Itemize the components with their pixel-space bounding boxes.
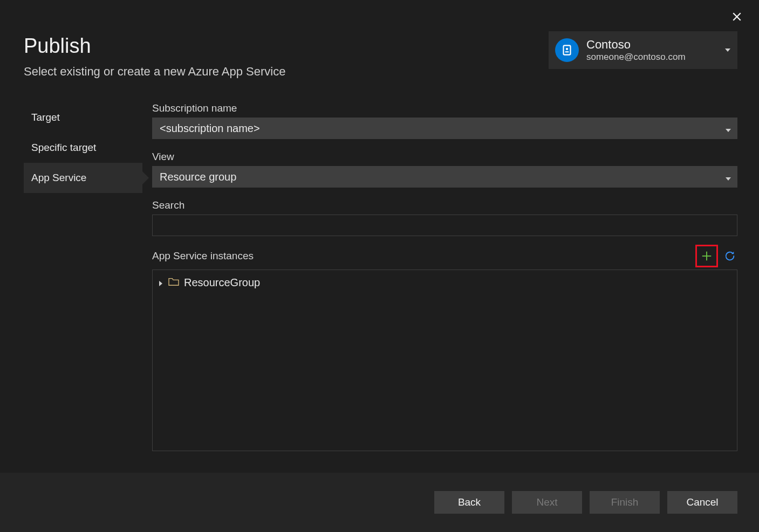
finish-button: Finish: [590, 491, 660, 514]
sidebar-item-label: Specific target: [31, 142, 96, 154]
cancel-button[interactable]: Cancel: [667, 491, 737, 514]
refresh-icon: [724, 250, 736, 262]
wizard-sidebar: Target Specific target App Service: [24, 102, 142, 451]
account-selector[interactable]: Contoso someone@contoso.com: [549, 31, 737, 69]
dialog-body: Target Specific target App Service Subsc…: [24, 102, 737, 451]
view-label: View: [152, 151, 737, 163]
svg-rect-4: [565, 51, 569, 52]
main-panel: Subscription name <subscription name> Vi…: [152, 102, 737, 451]
dialog-footer: Back Next Finish Cancel: [0, 473, 759, 532]
account-chevron: [724, 49, 731, 52]
badge-icon: [560, 43, 574, 57]
next-button: Next: [512, 491, 582, 514]
sidebar-item-app-service[interactable]: App Service: [24, 163, 142, 193]
sidebar-item-target[interactable]: Target: [24, 102, 142, 133]
instances-label: App Service instances: [152, 250, 254, 262]
svg-marker-6: [726, 129, 731, 132]
dropdown-chevron: [726, 122, 731, 135]
refresh-button[interactable]: [722, 248, 737, 264]
chevron-down-icon: [726, 177, 731, 181]
chevron-down-icon: [726, 129, 731, 132]
sidebar-item-label: App Service: [31, 172, 86, 184]
svg-marker-10: [159, 281, 162, 286]
svg-marker-5: [725, 49, 730, 52]
dialog-subtitle: Select existing or create a new Azure Ap…: [24, 65, 285, 79]
svg-point-3: [566, 48, 568, 50]
instances-actions: [695, 245, 737, 267]
dialog-title: Publish: [24, 34, 91, 58]
instances-tree[interactable]: ResourceGroup: [152, 270, 737, 451]
publish-dialog: Publish Select existing or create a new …: [0, 0, 759, 532]
account-name: Contoso: [586, 38, 724, 52]
back-button[interactable]: Back: [434, 491, 504, 514]
search-label: Search: [152, 199, 737, 211]
instances-header: App Service instances: [152, 245, 737, 267]
view-dropdown[interactable]: Resource group: [152, 166, 737, 188]
folder-icon: [168, 277, 180, 286]
search-input[interactable]: [152, 215, 737, 236]
subscription-value: <subscription name>: [160, 122, 260, 135]
plus-icon: [701, 250, 713, 262]
tree-item-resourcegroup[interactable]: ResourceGroup: [158, 277, 731, 289]
svg-marker-7: [726, 177, 731, 181]
close-icon: [732, 12, 742, 22]
folder-icon-wrap: [168, 277, 180, 289]
sidebar-item-label: Target: [31, 112, 60, 123]
add-instance-button[interactable]: [695, 245, 718, 267]
caret-right-icon: [158, 281, 163, 286]
account-text: Contoso someone@contoso.com: [586, 38, 724, 63]
account-email: someone@contoso.com: [586, 52, 724, 63]
account-avatar: [555, 38, 579, 62]
chevron-down-icon: [725, 49, 730, 52]
tree-expand-caret[interactable]: [158, 277, 163, 289]
tree-item-label: ResourceGroup: [184, 277, 260, 289]
view-value: Resource group: [160, 171, 236, 183]
sidebar-item-specific-target[interactable]: Specific target: [24, 133, 142, 163]
subscription-label: Subscription name: [152, 102, 737, 114]
close-button[interactable]: [730, 10, 744, 24]
dropdown-chevron: [726, 171, 731, 183]
subscription-dropdown[interactable]: <subscription name>: [152, 118, 737, 139]
